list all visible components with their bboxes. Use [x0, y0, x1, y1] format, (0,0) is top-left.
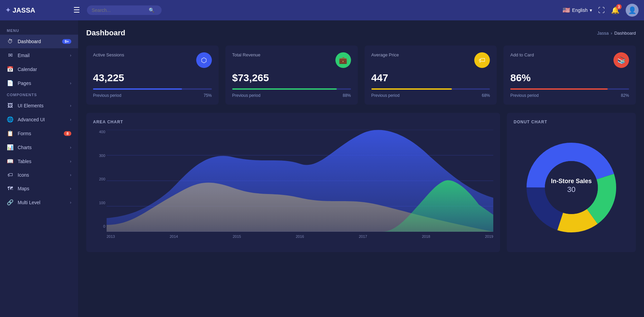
stat-card-total-revenue: Total Revenue 💼 $73,265 Previous period … [225, 46, 358, 105]
sidebar-item-ui-elements[interactable]: 🖼 UI Elements › [0, 99, 78, 112]
icons-icon: 🏷 [7, 172, 14, 178]
sidebar-item-advanced-ui[interactable]: 🌐 Advanced UI › [0, 112, 78, 126]
menu-section-label: MENU [0, 26, 78, 35]
search-box: 🔍 [87, 5, 162, 15]
calendar-icon: 📅 [7, 66, 14, 72]
search-input[interactable] [92, 7, 146, 13]
period-label: Previous period [232, 93, 260, 98]
breadcrumb: Jassa › Dashboard [597, 31, 636, 36]
period-value: 82% [621, 93, 629, 98]
stat-value-average-price: 447 [371, 72, 490, 84]
donut-chart-container: In-Store Sales 30 [514, 130, 629, 245]
area-chart-svg [107, 130, 493, 232]
stat-card-title: Total Revenue [232, 52, 260, 57]
stat-card-header: Active Sessions ⬡ [93, 52, 212, 68]
breadcrumb-parent: Jassa [597, 31, 609, 36]
stat-card-header: Total Revenue 💼 [232, 52, 351, 68]
email-icon: ✉ [7, 52, 14, 58]
search-icon: 🔍 [149, 7, 154, 13]
period-label: Previous period [510, 93, 538, 98]
chevron-right-icon: › [70, 186, 71, 191]
topnav: ✦ JASSA ☰ 🔍 🇺🇸 English ▾ ⛶ 🔔 3 👤 [0, 0, 644, 20]
multi-level-icon: 🔗 [7, 199, 14, 206]
charts-row: AREA CHART 400 300 200 100 0 [86, 113, 636, 252]
main-content: Dashboard Jassa › Dashboard Active Sessi… [78, 20, 644, 317]
donut-chart-title: DONUT CHART [514, 120, 629, 124]
sidebar-item-charts[interactable]: 📊 Charts › [0, 140, 78, 154]
sidebar-item-label: Pages [18, 81, 66, 86]
notification-badge: 3 [616, 4, 622, 10]
y-axis-labels: 400 300 200 100 0 [93, 130, 105, 228]
sidebar-item-tables[interactable]: 📖 Tables › [0, 154, 78, 168]
sidebar-item-label: Forms [18, 131, 60, 136]
forms-badge: 8 [64, 131, 71, 136]
sidebar-item-label: Dashboard [18, 39, 58, 44]
sidebar-item-label: Tables [18, 159, 66, 164]
stat-footer: Previous period 75% [93, 93, 212, 98]
sidebar-item-label: Icons [18, 172, 66, 178]
sidebar-item-label: Advanced UI [18, 117, 66, 122]
topnav-right: 🇺🇸 English ▾ ⛶ 🔔 3 👤 [563, 4, 639, 17]
period-label: Previous period [93, 93, 121, 98]
stat-footer: Previous period 68% [371, 93, 490, 98]
stat-bar-add-to-card [510, 88, 608, 90]
stat-bar-average-price [371, 88, 452, 90]
stat-value-add-to-card: 86% [510, 72, 629, 84]
stat-bar-bg [510, 88, 629, 90]
logo: ✦ JASSA [5, 6, 67, 14]
period-value: 68% [482, 93, 490, 98]
sidebar-item-label: Charts [18, 145, 66, 150]
components-section-label: COMPONENTS [0, 90, 78, 99]
stat-footer: Previous period 88% [232, 93, 351, 98]
sidebar-item-email[interactable]: ✉ Email › [0, 48, 78, 62]
stat-card-title: Add to Card [510, 52, 534, 57]
stat-bar-active-sessions [93, 88, 182, 90]
breadcrumb-separator: › [611, 31, 612, 36]
area-chart-title: AREA CHART [93, 120, 493, 124]
stat-icon-total-revenue: 💼 [335, 52, 351, 68]
page-title: Dashboard [86, 29, 125, 37]
notification-button[interactable]: 🔔 3 [611, 6, 620, 14]
stat-bar-total-revenue [232, 88, 337, 90]
stat-icon-active-sessions: ⬡ [196, 52, 212, 68]
chevron-right-icon: › [70, 159, 71, 164]
stat-icon-add-to-card: 📚 [613, 52, 629, 68]
sidebar-item-label: Maps [18, 186, 66, 191]
sidebar-item-label: Multi Level [18, 200, 66, 205]
stat-cards: Active Sessions ⬡ 43,225 Previous period… [86, 46, 636, 105]
stat-footer: Previous period 82% [510, 93, 629, 98]
period-label: Previous period [371, 93, 400, 98]
sidebar-item-pages[interactable]: 📄 Pages › [0, 76, 78, 90]
sidebar-item-forms[interactable]: 📋 Forms 8 [0, 126, 78, 140]
chevron-right-icon: › [70, 53, 71, 58]
sidebar-item-calendar[interactable]: 📅 Calendar [0, 62, 78, 76]
breadcrumb-current: Dashboard [614, 31, 636, 36]
breadcrumb-row: Dashboard Jassa › Dashboard [86, 29, 636, 37]
stat-card-title: Active Sessions [93, 52, 124, 57]
area-chart-card: AREA CHART 400 300 200 100 0 [86, 113, 500, 252]
chevron-right-icon: › [70, 145, 71, 150]
dashboard-badge: 9+ [62, 39, 71, 44]
charts-icon: 📊 [7, 144, 14, 151]
period-value: 88% [343, 93, 351, 98]
dashboard-icon: ⏱ [7, 38, 14, 45]
period-value: 75% [204, 93, 212, 98]
language-selector[interactable]: 🇺🇸 English ▾ [563, 6, 592, 14]
x-axis-labels: 2013 2014 2015 2016 2017 2018 2019 [93, 233, 493, 239]
stat-card-add-to-card: Add to Card 📚 86% Previous period 82% [503, 46, 636, 105]
fullscreen-button[interactable]: ⛶ [598, 6, 605, 14]
chevron-right-icon: › [70, 173, 71, 177]
sidebar-item-label: UI Elements [18, 103, 66, 108]
hamburger-button[interactable]: ☰ [72, 4, 81, 16]
sidebar-item-multi-level[interactable]: 🔗 Multi Level › [0, 195, 78, 209]
donut-chart-card: DONUT CHART [507, 113, 636, 252]
language-label: English [572, 7, 588, 13]
sidebar-item-icons[interactable]: 🏷 Icons › [0, 168, 78, 182]
stat-bar-bg [232, 88, 351, 90]
stat-bar-bg [93, 88, 212, 90]
stat-value-active-sessions: 43,225 [93, 72, 212, 84]
stat-card-average-price: Average Price 🏷 447 Previous period 68% [365, 46, 497, 105]
sidebar-item-maps[interactable]: 🗺 Maps › [0, 182, 78, 195]
sidebar-item-dashboard[interactable]: ⏱ Dashboard 9+ [0, 35, 78, 48]
avatar[interactable]: 👤 [626, 4, 639, 17]
